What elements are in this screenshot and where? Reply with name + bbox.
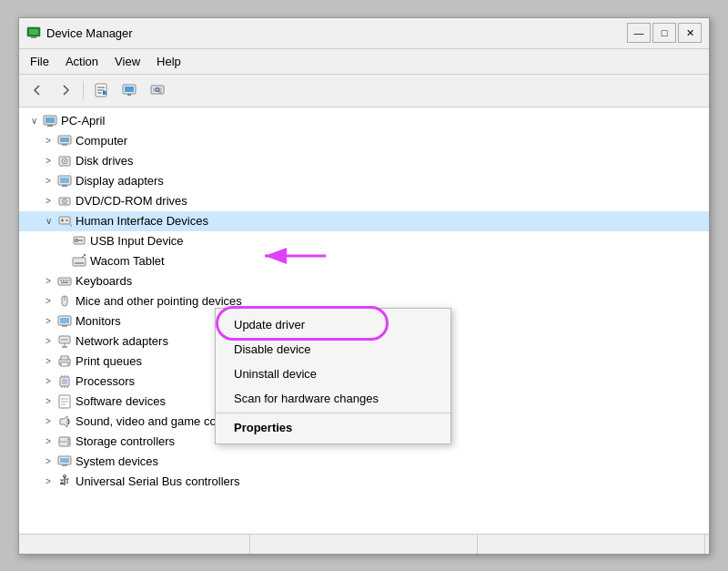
title-buttons: — □ ✕ bbox=[627, 23, 702, 43]
expand-display[interactable]: > bbox=[41, 174, 56, 189]
expand-disk[interactable]: > bbox=[41, 154, 56, 168]
dvd-label: DVD/CD-ROM drives bbox=[76, 194, 187, 208]
menu-file[interactable]: File bbox=[23, 52, 56, 71]
storage-controllers-label: Storage controllers bbox=[76, 434, 175, 448]
ctx-update-driver[interactable]: Update driver bbox=[216, 312, 450, 337]
ctx-properties[interactable]: Properties bbox=[216, 415, 450, 440]
expand-keyboards[interactable]: > bbox=[41, 274, 56, 289]
storage-icon bbox=[57, 434, 72, 449]
expand-root[interactable]: ∨ bbox=[26, 114, 41, 128]
svg-rect-63 bbox=[62, 379, 67, 384]
wacom-icon bbox=[72, 254, 86, 269]
svg-rect-47 bbox=[63, 280, 65, 281]
processors-label: Processors bbox=[76, 374, 135, 388]
keyboard-icon bbox=[57, 274, 72, 289]
svg-point-78 bbox=[67, 443, 69, 444]
svg-point-77 bbox=[67, 438, 69, 440]
title-bar: Device Manager — □ ✕ bbox=[19, 18, 709, 49]
tree-root[interactable]: ∨ PC-April bbox=[19, 111, 709, 131]
expand-mice[interactable]: > bbox=[41, 294, 56, 309]
tree-keyboards[interactable]: > Keyboards bbox=[19, 271, 709, 291]
expand-system[interactable]: > bbox=[41, 454, 56, 469]
close-button[interactable]: ✕ bbox=[678, 23, 702, 43]
expand-storage[interactable]: > bbox=[41, 434, 56, 449]
uninstall-device-label: Uninstall device bbox=[234, 367, 317, 381]
software-devices-label: Software devices bbox=[76, 394, 166, 408]
hid-label: Human Interface Devices bbox=[76, 214, 208, 228]
tree-dvd[interactable]: > DVD/CD-ROM drives bbox=[19, 191, 709, 211]
toolbar-separator-1 bbox=[83, 81, 84, 99]
window-title: Device Manager bbox=[46, 26, 133, 40]
device-manager-window: Device Manager — □ ✕ File Action View He… bbox=[18, 17, 710, 555]
display-icon bbox=[57, 174, 72, 189]
svg-point-30 bbox=[64, 200, 66, 202]
network-icon bbox=[57, 334, 72, 349]
tree-usb[interactable]: > Universal Serial Bus controllers bbox=[19, 472, 709, 492]
menu-view[interactable]: View bbox=[107, 52, 147, 71]
expand-processors[interactable]: > bbox=[41, 374, 56, 389]
usb-controllers-label: Universal Serial Bus controllers bbox=[76, 474, 240, 488]
svg-point-24 bbox=[64, 160, 66, 162]
system-icon bbox=[57, 454, 72, 469]
wacom-label: Wacom Tablet bbox=[90, 254, 165, 268]
svg-rect-2 bbox=[31, 36, 36, 38]
update-driver-toolbar-button[interactable] bbox=[116, 78, 142, 102]
tree-wacom[interactable]: > Wacom Tablet bbox=[19, 251, 709, 271]
hid-icon bbox=[57, 214, 72, 229]
forward-button[interactable] bbox=[53, 78, 78, 102]
expand-print[interactable]: > bbox=[41, 354, 56, 369]
svg-rect-53 bbox=[60, 318, 69, 323]
svg-rect-80 bbox=[60, 458, 69, 463]
tree-disk-drives[interactable]: > Disk drives bbox=[19, 151, 709, 171]
svg-rect-50 bbox=[61, 281, 68, 283]
menu-bar: File Action View Help bbox=[19, 49, 709, 75]
expand-network[interactable]: > bbox=[41, 334, 56, 349]
sound-icon bbox=[57, 414, 72, 429]
disk-drives-label: Disk drives bbox=[76, 154, 134, 168]
system-devices-label: System devices bbox=[76, 454, 158, 468]
computer-icon bbox=[57, 134, 72, 148]
device-manager-icon bbox=[26, 25, 41, 40]
tree-usb-input[interactable]: > USB Input Device bbox=[19, 231, 709, 251]
status-panel-1 bbox=[23, 535, 250, 554]
update-driver-label: Update driver bbox=[234, 318, 305, 331]
maximize-button[interactable]: □ bbox=[652, 23, 676, 43]
ctx-disable-device[interactable]: Disable device bbox=[216, 337, 450, 362]
expand-hid[interactable]: ∨ bbox=[41, 214, 56, 229]
keyboards-label: Keyboards bbox=[76, 274, 132, 288]
properties-toolbar-button[interactable]: ? bbox=[88, 78, 114, 102]
scan-button[interactable] bbox=[145, 78, 170, 102]
expand-computer[interactable]: > bbox=[41, 134, 56, 148]
svg-point-44 bbox=[84, 254, 86, 256]
expand-usb[interactable]: > bbox=[41, 474, 56, 489]
menu-action[interactable]: Action bbox=[58, 52, 106, 71]
back-button[interactable] bbox=[25, 78, 50, 102]
pc-icon bbox=[43, 114, 57, 128]
ctx-uninstall-device[interactable]: Uninstall device bbox=[216, 362, 450, 386]
software-icon bbox=[57, 394, 72, 409]
expand-monitors[interactable]: > bbox=[41, 314, 56, 329]
svg-rect-61 bbox=[61, 362, 68, 366]
svg-marker-74 bbox=[60, 416, 67, 427]
svg-rect-60 bbox=[61, 356, 68, 360]
expand-dvd[interactable]: > bbox=[41, 194, 56, 209]
svg-rect-1 bbox=[29, 29, 38, 35]
disable-device-label: Disable device bbox=[234, 342, 311, 356]
tree-display[interactable]: > Display adapters bbox=[19, 171, 709, 191]
menu-help[interactable]: Help bbox=[149, 52, 188, 71]
tree-hid[interactable]: ∨ Human Interface Devices bbox=[19, 211, 709, 231]
svg-rect-45 bbox=[58, 278, 71, 285]
context-menu-divider bbox=[216, 413, 450, 413]
tree-computer[interactable]: > Computer bbox=[19, 131, 709, 151]
display-adapters-label: Display adapters bbox=[76, 174, 164, 188]
content-area: ∨ PC-April > bbox=[19, 107, 709, 534]
svg-rect-26 bbox=[60, 178, 69, 183]
processors-icon bbox=[57, 374, 72, 389]
disk-icon bbox=[57, 154, 72, 168]
toolbar: ? bbox=[19, 75, 709, 107]
minimize-button[interactable]: — bbox=[627, 23, 651, 43]
ctx-scan-hardware[interactable]: Scan for hardware changes bbox=[216, 386, 450, 411]
expand-software[interactable]: > bbox=[41, 394, 56, 409]
expand-sound[interactable]: > bbox=[41, 414, 56, 429]
tree-system[interactable]: > System devices bbox=[19, 452, 709, 472]
